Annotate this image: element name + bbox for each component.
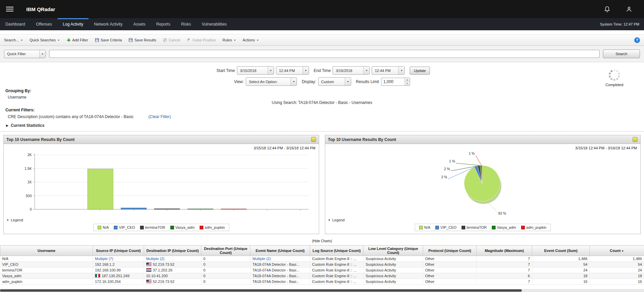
cell-text: 0 <box>203 268 205 272</box>
cell-text: TA18-074A Detector - Basi... <box>252 274 299 278</box>
tab-dashboard[interactable]: Dashboard <box>0 18 31 30</box>
toolbar-save-criteria-button[interactable]: Save Criteria <box>95 38 122 42</box>
column-header-destination-port-unique-count-[interactable]: Destination Port (Unique Count) <box>201 246 250 256</box>
column-header-username[interactable]: Username <box>0 246 93 256</box>
notifications-bell-icon[interactable] <box>604 6 611 13</box>
table-row[interactable]: adm_pupkin172.16.100.25452.219.73.520TA1… <box>0 279 644 285</box>
tab-offenses[interactable]: Offenses <box>31 18 58 30</box>
legend-label: Vasya_adm <box>497 225 516 229</box>
chevron-down-icon: ▼ <box>268 67 274 74</box>
svg-text:500: 500 <box>26 194 32 198</box>
column-header-event-name-unique-count-[interactable]: Event Name (Unique Count) <box>250 246 310 256</box>
legend-item-VIP_CEO[interactable]: VIP_CEO <box>114 225 135 229</box>
chevron-down-icon: ▼ <box>398 67 404 74</box>
spinner-down-icon[interactable]: ▼ <box>405 82 410 85</box>
bar-VIP_CEO[interactable] <box>121 208 146 209</box>
spinner-up-icon[interactable]: ▲ <box>405 78 410 82</box>
tab-reports[interactable]: Reports <box>151 18 176 30</box>
user-profile-icon[interactable] <box>625 6 633 13</box>
toolbar-rules-button[interactable]: Rules▼ <box>223 38 236 42</box>
app-title: IBM QRadar <box>26 6 55 12</box>
hide-charts-link[interactable]: (Hide Charts) <box>0 238 644 245</box>
legend-item-VIP_CEO[interactable]: VIP_CEO <box>435 225 456 229</box>
search-details-panel: Start Time 3/15/2018 ▼ 12:44 PM ▼ End Ti… <box>0 62 644 132</box>
toolbar-actions-button[interactable]: Actions▼ <box>243 38 259 42</box>
legend-item-terminaTOR[interactable]: terminaTOR <box>140 225 165 229</box>
end-time-value: 12:44 PM <box>372 69 398 73</box>
legend-item-Vasya_adm[interactable]: Vasya_adm <box>170 225 195 229</box>
toolbar-item-label: Save Results <box>134 38 156 42</box>
tab-network-activity[interactable]: Network Activity <box>89 18 128 30</box>
column-header-event-count-sum-[interactable]: Event Count (Sum) <box>532 246 590 256</box>
chevron-down-icon: ▼ <box>58 39 60 41</box>
legend-item-adm_pupkin[interactable]: adm_pupkin <box>521 225 546 229</box>
cell-text: Suspicious Activity <box>366 257 396 261</box>
legend-item-terminaTOR[interactable]: terminaTOR <box>462 225 487 229</box>
us-flag-icon <box>146 280 151 283</box>
bar-Vasya_adm[interactable] <box>188 209 213 209</box>
cell-link[interactable]: Multiple (2) <box>252 257 271 261</box>
legend-toggle[interactable]: ▼ Legend <box>6 218 316 222</box>
toolbar-item-label: Actions <box>243 38 255 42</box>
start-time-select[interactable]: 12:44 PM ▼ <box>276 66 309 75</box>
results-limit-input[interactable]: 1,000 ▲▼ <box>381 78 410 86</box>
tab-assets[interactable]: Assets <box>128 18 151 30</box>
top-icons <box>604 6 633 13</box>
column-header-source-ip-unique-count-[interactable]: Source IP (Unique Count) <box>93 246 144 256</box>
help-icon[interactable]: ? <box>634 37 640 43</box>
legend-item-N/A[interactable]: N/A <box>419 225 430 229</box>
scrollbar-thumb[interactable] <box>0 289 522 292</box>
update-button[interactable]: Update <box>410 67 430 75</box>
legend-item-adm_pupkin[interactable]: adm_pupkin <box>200 225 225 229</box>
column-header-protocol-unique-count-[interactable]: Protocol (Unique Count) <box>423 246 477 256</box>
search-button[interactable]: Search <box>603 49 640 58</box>
clear-filter-link[interactable]: (Clear Filter) <box>148 114 171 119</box>
display-select[interactable]: Custom ▼ <box>318 77 351 86</box>
quick-filter-select[interactable]: Quick Filter ▼ <box>4 50 46 58</box>
bar-adm_pupkin[interactable] <box>221 209 246 209</box>
end-time-select[interactable]: 12:44 PM ▼ <box>372 66 405 75</box>
cell-link[interactable]: Multiple (7) <box>95 257 113 261</box>
toolbar-search-button[interactable]: Search...▼ <box>4 38 23 42</box>
toolbar-save-results-button[interactable]: Save Results <box>129 38 156 42</box>
cell-text: 0 <box>203 257 205 261</box>
cell-text: 52.219.73.52 <box>153 280 174 284</box>
legend-swatch <box>200 226 203 229</box>
view-select[interactable]: Select An Option: ▼ <box>246 77 297 86</box>
table-row[interactable]: Vasya_adm187.130.251.24910.10.41.2000TA1… <box>0 273 644 279</box>
chart-settings-icon[interactable] <box>311 137 316 142</box>
current-statistics-toggle[interactable]: ▶ Current Statistics <box>6 123 639 128</box>
bar-N/A[interactable] <box>88 169 113 209</box>
table-row[interactable]: N/AMultiple (7)Multiple (2)0Multiple (2)… <box>0 256 644 262</box>
legend-item-Vasya_adm[interactable]: Vasya_adm <box>492 225 516 229</box>
horizontal-scrollbar[interactable] <box>0 289 644 292</box>
svg-text:2K: 2K <box>27 153 32 157</box>
legend-item-N/A[interactable]: N/A <box>98 225 109 229</box>
table-row[interactable]: VIP_CEO192.168.1.252.219.73.520TA18-074A… <box>0 262 644 267</box>
column-header-magnitude-maximum-[interactable]: Magnitude (Maximum) <box>477 246 532 256</box>
cell-text: 18 <box>583 274 587 278</box>
column-header-low-level-category-unique-count-[interactable]: Low Level Category (Unique Count) <box>364 246 423 256</box>
start-date-select[interactable]: 3/15/2018 ▼ <box>237 66 274 75</box>
column-header-destination-ip-unique-count-[interactable]: Destination IP (Unique Count) <box>144 246 201 256</box>
grouping-by-label: Grouping By: <box>5 88 639 93</box>
column-header-log-source-unique-count-[interactable]: Log Source (Unique Count) <box>310 246 364 256</box>
cell-link[interactable]: Multiple (2) <box>146 257 164 261</box>
tab-vulnerabilities[interactable]: Vulnerabilities <box>196 18 232 30</box>
end-date-select[interactable]: 3/16/2018 ▼ <box>333 66 370 75</box>
bar-terminaTOR[interactable] <box>154 209 180 209</box>
using-search-text: Using Search: TA18-074A Detector - Basic… <box>5 100 639 105</box>
table-header-row: UsernameSource IP (Unique Count)Destinat… <box>0 246 644 256</box>
tab-risks[interactable]: Risks <box>176 18 196 30</box>
cell-text: TA18-074A Detector - Basi... <box>252 268 299 272</box>
tab-log-activity[interactable]: Log Activity <box>58 18 89 30</box>
quick-filter-input[interactable] <box>49 50 600 58</box>
chart-settings-icon[interactable] <box>633 137 638 142</box>
table-row[interactable]: terminaTOR192.168.100.9937.1.202.260TA18… <box>0 267 644 273</box>
toolbar-quick-searches-button[interactable]: Quick Searches▼ <box>30 38 60 42</box>
toolbar-add-filter-button[interactable]: Add Filter <box>67 38 88 42</box>
legend-toggle[interactable]: ▼ Legend <box>328 218 638 222</box>
nl-flag-icon <box>146 268 151 272</box>
hamburger-menu-icon[interactable] <box>6 7 13 11</box>
column-header-count[interactable]: Count ▼ <box>590 246 644 256</box>
